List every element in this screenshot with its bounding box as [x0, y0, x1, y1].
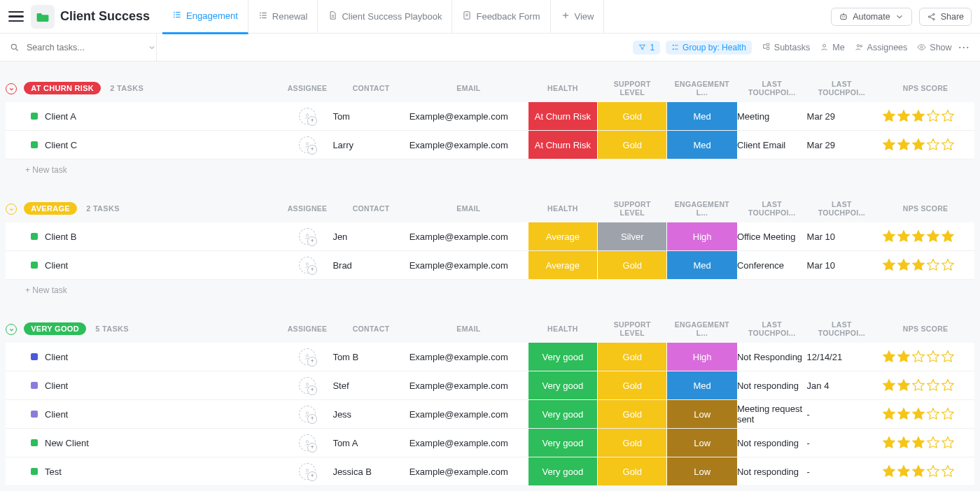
engagement-tag[interactable]: Med	[667, 131, 736, 159]
star-icon[interactable]	[926, 464, 940, 478]
status-square[interactable]	[31, 233, 38, 240]
assignee-add-icon[interactable]	[299, 406, 316, 422]
assignee-add-icon[interactable]	[299, 136, 316, 153]
star-icon[interactable]	[926, 138, 940, 152]
star-icon[interactable]	[897, 436, 911, 450]
tab-view[interactable]: View	[551, 0, 605, 34]
task-row[interactable]: Client A Tom Example@example.com At Chur…	[6, 102, 974, 131]
star-icon[interactable]	[941, 138, 955, 152]
support-tag[interactable]: Gold	[598, 251, 666, 279]
task-row[interactable]: Client Stef Example@example.com Very goo…	[6, 371, 974, 400]
col-health[interactable]: Health	[528, 74, 597, 102]
star-icon[interactable]	[897, 258, 911, 272]
col-nps[interactable]: NPS Score	[876, 74, 974, 102]
nps-stars[interactable]	[876, 138, 974, 152]
col-engagement[interactable]: Engagement L...	[667, 315, 737, 343]
collapse-toggle[interactable]	[6, 83, 17, 94]
assignee-add-icon[interactable]	[299, 377, 316, 394]
health-tag[interactable]: At Churn Risk	[528, 131, 597, 159]
engagement-tag[interactable]: Med	[667, 251, 736, 279]
star-icon[interactable]	[941, 436, 955, 450]
star-icon[interactable]	[926, 229, 940, 243]
health-tag[interactable]: Average	[528, 251, 597, 279]
tab-engagement[interactable]: Engagement	[162, 0, 248, 34]
status-square[interactable]	[31, 382, 38, 389]
engagement-tag[interactable]: Med	[667, 102, 736, 130]
star-icon[interactable]	[897, 350, 911, 364]
collapse-toggle[interactable]	[6, 324, 17, 335]
star-icon[interactable]	[941, 109, 955, 123]
star-icon[interactable]	[941, 407, 955, 421]
health-tag[interactable]: At Churn Risk	[528, 102, 597, 130]
health-tag[interactable]: Very good	[528, 371, 597, 399]
group-pill[interactable]: Very good	[24, 322, 86, 335]
health-tag[interactable]: Average	[528, 222, 597, 250]
col-support[interactable]: Support Level	[598, 194, 667, 222]
star-icon[interactable]	[911, 407, 925, 421]
nps-stars[interactable]	[876, 109, 974, 123]
nps-stars[interactable]	[876, 229, 974, 243]
nps-stars[interactable]	[876, 407, 974, 421]
new-task-button[interactable]: + New task	[0, 486, 980, 491]
col-email[interactable]: Email	[410, 315, 528, 343]
group-pill[interactable]: At Churn Risk	[24, 82, 101, 94]
assignee-add-icon[interactable]	[299, 434, 316, 451]
filter-count-pill[interactable]: 1	[633, 41, 660, 55]
col-assignee[interactable]: Assignee	[282, 194, 333, 222]
status-square[interactable]	[31, 411, 38, 418]
chevron-down-icon[interactable]	[148, 43, 156, 52]
star-icon[interactable]	[897, 464, 911, 478]
star-icon[interactable]	[882, 464, 896, 478]
status-square[interactable]	[31, 113, 38, 120]
support-tag[interactable]: Gold	[598, 131, 666, 159]
task-row[interactable]: Client Brad Example@example.com Average …	[6, 251, 974, 280]
collapse-toggle[interactable]	[6, 204, 17, 215]
star-icon[interactable]	[882, 350, 896, 364]
engagement-tag[interactable]: Low	[667, 400, 736, 428]
col-touch1[interactable]: Last Touchpoi...	[737, 194, 807, 222]
engagement-tag[interactable]: Low	[667, 457, 736, 485]
task-row[interactable]: Client Tom B Example@example.com Very go…	[6, 343, 974, 371]
star-icon[interactable]	[897, 407, 911, 421]
star-icon[interactable]	[941, 464, 955, 478]
engagement-tag[interactable]: High	[667, 343, 736, 371]
col-engagement[interactable]: Engagement L...	[667, 194, 737, 222]
tab-feedback-form[interactable]: Feedback Form	[452, 0, 550, 34]
status-square[interactable]	[31, 141, 38, 148]
support-tag[interactable]: Gold	[598, 457, 666, 485]
tab-client-success-playbook[interactable]: Client Success Playbook	[318, 0, 452, 34]
nps-stars[interactable]	[876, 436, 974, 450]
group-pill[interactable]: Average	[24, 202, 77, 215]
health-tag[interactable]: Very good	[528, 343, 597, 371]
star-icon[interactable]	[911, 229, 925, 243]
support-tag[interactable]: Gold	[598, 429, 666, 457]
status-square[interactable]	[31, 353, 38, 360]
col-health[interactable]: Health	[528, 315, 597, 343]
status-square[interactable]	[31, 262, 38, 269]
new-task-button[interactable]: + New task	[0, 280, 980, 295]
star-icon[interactable]	[926, 258, 940, 272]
star-icon[interactable]	[911, 378, 925, 392]
search-wrap[interactable]	[10, 34, 157, 62]
health-tag[interactable]: Very good	[528, 400, 597, 428]
support-tag[interactable]: Gold	[598, 371, 666, 399]
star-icon[interactable]	[926, 109, 940, 123]
task-row[interactable]: New Client Tom A Example@example.com Ver…	[6, 429, 974, 457]
nps-stars[interactable]	[876, 258, 974, 272]
tab-renewal[interactable]: Renewal	[248, 0, 318, 34]
col-touch2[interactable]: Last Touchpoi...	[807, 315, 877, 343]
col-contact[interactable]: Contact	[332, 315, 409, 343]
star-icon[interactable]	[926, 436, 940, 450]
task-row[interactable]: Client Jess Example@example.com Very goo…	[6, 400, 974, 429]
star-icon[interactable]	[911, 258, 925, 272]
star-icon[interactable]	[882, 436, 896, 450]
nps-stars[interactable]	[876, 464, 974, 478]
task-row[interactable]: Client C Larry Example@example.com At Ch…	[6, 131, 974, 159]
engagement-tag[interactable]: Low	[667, 429, 736, 457]
new-task-button[interactable]: + New task	[0, 159, 980, 175]
col-engagement[interactable]: Engagement L...	[667, 74, 737, 102]
show-button[interactable]: Show	[917, 43, 951, 52]
status-square[interactable]	[31, 439, 38, 446]
me-button[interactable]: Me	[820, 43, 844, 52]
star-icon[interactable]	[941, 258, 955, 272]
